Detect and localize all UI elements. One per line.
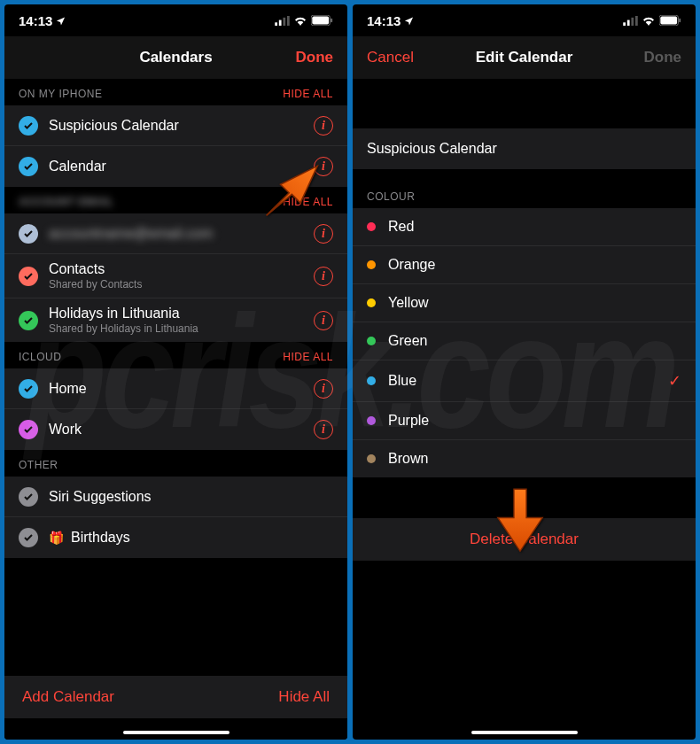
section-header: ON MY IPHONEHIDE ALL — [4, 79, 347, 105]
hide-all-link[interactable]: HIDE ALL — [283, 88, 333, 100]
checkmark-icon: ✓ — [668, 371, 681, 391]
label-wrap: Work — [49, 422, 303, 438]
checkbox-icon[interactable] — [19, 379, 38, 399]
checkbox-icon[interactable] — [19, 224, 38, 244]
svg-rect-6 — [331, 18, 332, 21]
status-bar: 14:13 — [4, 4, 347, 36]
battery-icon — [311, 13, 333, 28]
calendar-label: Holidays in Lithuania — [49, 306, 303, 322]
colour-dot-icon — [367, 298, 376, 307]
signal-icon — [275, 13, 290, 28]
section-title: ACCOUNT EMAIL — [19, 196, 113, 208]
cancel-button[interactable]: Cancel — [367, 49, 414, 66]
colour-dot-icon — [367, 454, 376, 463]
colour-row[interactable]: Purple — [353, 402, 696, 440]
done-button[interactable]: Done — [296, 49, 334, 66]
checkbox-icon[interactable] — [19, 267, 38, 286]
calendar-row[interactable]: ContactsShared by Contactsi — [4, 254, 347, 298]
colour-label: Blue — [388, 373, 416, 389]
calendar-row[interactable]: Homei — [4, 368, 347, 409]
colour-dot-icon — [367, 260, 376, 269]
svg-rect-8 — [627, 19, 630, 25]
section-title: ON MY IPHONE — [19, 88, 102, 100]
svg-rect-12 — [660, 16, 677, 24]
label-wrap: Siri Suggestions — [49, 489, 333, 505]
colour-label: Green — [388, 333, 427, 349]
info-icon[interactable]: i — [314, 311, 333, 330]
phone-edit-calendar: 14:13 Cancel Edit Calendar Done Suspicio… — [353, 4, 696, 740]
home-indicator[interactable] — [471, 731, 578, 734]
gift-icon: 🎁 — [49, 531, 64, 545]
colour-row[interactable]: Yellow — [353, 284, 696, 322]
svg-rect-2 — [283, 17, 285, 25]
colour-row[interactable]: Blue✓ — [353, 360, 696, 402]
gap — [353, 111, 696, 128]
calendar-row[interactable]: Worki — [4, 409, 347, 450]
section-title: COLOUR — [367, 190, 415, 203]
colour-dot-icon — [367, 337, 376, 345]
info-icon[interactable]: i — [314, 379, 333, 399]
section-title: ICLOUD — [19, 351, 61, 363]
section-header: OTHER — [4, 450, 347, 477]
colour-dot-icon — [367, 222, 376, 231]
svg-rect-7 — [623, 22, 626, 26]
svg-rect-5 — [312, 16, 329, 24]
nav-bar: Calendars Done — [4, 36, 347, 79]
label-wrap: accountname@email.com — [49, 226, 303, 242]
home-indicator[interactable] — [123, 731, 229, 734]
info-icon[interactable]: i — [314, 420, 333, 439]
calendar-sublabel: Shared by Holidays in Lithuania — [49, 322, 303, 335]
label-wrap: Suspicious Calendar — [49, 118, 303, 134]
status-time: 14:13 — [367, 13, 401, 28]
annotation-arrow-delete — [489, 485, 551, 560]
colour-label: Orange — [388, 257, 435, 273]
svg-rect-0 — [275, 22, 277, 26]
calendar-label: Siri Suggestions — [49, 489, 333, 505]
checkbox-icon[interactable] — [19, 528, 38, 547]
colour-label: Purple — [388, 413, 429, 429]
svg-rect-10 — [635, 16, 638, 26]
wifi-icon — [293, 13, 307, 28]
bottom-pad — [4, 718, 347, 740]
calendar-label: Work — [49, 422, 303, 438]
calendar-row[interactable]: 🎁Birthdays — [4, 517, 347, 558]
hide-all-link[interactable]: HIDE ALL — [283, 351, 333, 363]
svg-rect-1 — [279, 19, 282, 25]
location-icon — [56, 13, 66, 28]
battery-icon — [659, 13, 681, 28]
add-calendar-button[interactable]: Add Calendar — [22, 688, 114, 706]
calendar-name-field[interactable]: Suspicious Calendar — [353, 128, 696, 169]
checkbox-icon[interactable] — [19, 157, 38, 176]
checkbox-icon[interactable] — [19, 420, 38, 439]
spacer — [4, 558, 347, 583]
calendar-label: accountname@email.com — [49, 226, 303, 242]
colour-label: Red — [388, 219, 414, 235]
svg-rect-13 — [679, 18, 681, 21]
colour-row[interactable]: Green — [353, 322, 696, 360]
svg-rect-9 — [631, 17, 634, 25]
calendar-label: Contacts — [49, 261, 303, 277]
calendar-row[interactable]: Suspicious Calendari — [4, 105, 347, 146]
colour-row[interactable]: Red — [353, 208, 696, 246]
info-icon[interactable]: i — [314, 267, 333, 286]
checkbox-icon[interactable] — [19, 487, 38, 507]
phone-calendars: 14:13 Calendars Done ON MY IPHONEHIDE AL… — [4, 4, 347, 740]
done-button-disabled: Done — [644, 49, 682, 66]
section-header: ICLOUDHIDE ALL — [4, 342, 347, 368]
colour-label: Brown — [388, 451, 428, 467]
colour-row[interactable]: Brown — [353, 440, 696, 477]
section-header-colour: COLOUR — [353, 169, 696, 208]
hide-all-button[interactable]: Hide All — [278, 688, 330, 706]
label-wrap: ContactsShared by Contacts — [49, 261, 303, 291]
colour-label: Yellow — [388, 295, 429, 311]
calendar-row[interactable]: Siri Suggestions — [4, 477, 347, 517]
checkbox-icon[interactable] — [19, 311, 38, 330]
label-wrap: Holidays in LithuaniaShared by Holidays … — [49, 306, 303, 335]
wifi-icon — [642, 13, 656, 28]
colour-row[interactable]: Orange — [353, 246, 696, 284]
gap — [353, 79, 696, 111]
info-icon[interactable]: i — [314, 116, 333, 136]
status-bar: 14:13 — [353, 4, 696, 36]
calendar-row[interactable]: Holidays in LithuaniaShared by Holidays … — [4, 298, 347, 342]
checkbox-icon[interactable] — [19, 116, 38, 136]
